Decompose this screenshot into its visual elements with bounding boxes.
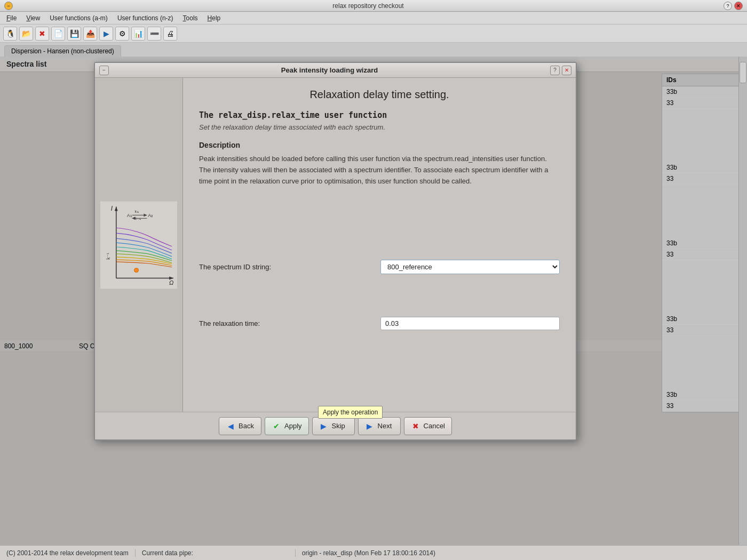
tool-open2[interactable]: 📄 xyxy=(51,27,65,41)
wizard-titlebar: − Peak intensity loading wizard ? ✕ xyxy=(95,63,576,78)
spectrum-id-control: 800_reference 800_1000 800_2000 xyxy=(380,260,560,274)
back-icon: ◀ xyxy=(226,421,235,431)
next-label: Next xyxy=(378,422,392,430)
relaxation-time-input[interactable] xyxy=(380,317,560,330)
wizard-dialog: − Peak intensity loading wizard ? ✕ I xyxy=(94,62,577,441)
tool-chart[interactable]: 📊 xyxy=(131,27,145,41)
tool-new[interactable]: 🐧 xyxy=(3,27,17,41)
wizard-content: Relaxation delay time setting. The relax… xyxy=(183,78,576,412)
tool-settings[interactable]: ⚙ xyxy=(115,27,129,41)
minimize-button[interactable]: − xyxy=(4,2,13,10)
cancel-button[interactable]: ✖ Cancel xyxy=(404,417,452,435)
wizard-help-button[interactable]: ? xyxy=(550,66,560,75)
close-button[interactable]: ✕ xyxy=(734,2,743,10)
title-bar-left: − xyxy=(4,2,13,10)
back-label: Back xyxy=(239,422,254,430)
menu-file[interactable]: File xyxy=(2,13,21,23)
svg-text:k₁: k₁ xyxy=(135,209,139,214)
menu-bar: File View User functions (a-m) User func… xyxy=(0,12,747,25)
skip-button[interactable]: ▶ Skip xyxy=(312,417,355,435)
relaxation-time-row: The relaxation time: xyxy=(199,317,560,330)
status-copyright: (C) 2001-2014 the relax development team xyxy=(0,549,136,557)
wizard-left-panel: I Ω k₁ k₋₁ A₁ A₂ xyxy=(95,78,183,412)
spectrum-id-select[interactable]: 800_reference 800_1000 800_2000 xyxy=(380,260,560,274)
wizard-body: I Ω k₁ k₋₁ A₁ A₂ xyxy=(95,78,576,412)
apply-icon: ✔ xyxy=(272,421,281,431)
tool-close-red[interactable]: ✖ xyxy=(35,27,49,41)
relaxation-time-label: The relaxation time: xyxy=(199,319,380,327)
tool-save[interactable]: 💾 xyxy=(67,27,81,41)
app-title: relax repository checkout xyxy=(13,2,724,10)
tab-dispersion[interactable]: Dispersion - Hansen (non-clustered) xyxy=(4,45,121,57)
wizard-title: Peak intensity loading wizard xyxy=(109,66,550,74)
menu-help[interactable]: Help xyxy=(203,13,225,23)
svg-text:k⁻¹: k⁻¹ xyxy=(106,253,111,259)
wizard-titlebar-controls: ? ✕ xyxy=(550,66,571,75)
menu-tools[interactable]: Tools xyxy=(179,13,202,23)
status-bar: (C) 2001-2014 the relax development team… xyxy=(0,545,747,560)
menu-user-functions-nz[interactable]: User functions (n-z) xyxy=(113,13,178,23)
scrollbar-vertical[interactable] xyxy=(738,57,747,545)
wizard-desc-title: Description xyxy=(199,141,560,149)
back-button[interactable]: ◀ Back xyxy=(219,417,261,435)
wizard-subtitle: Set the relaxation delay time associated… xyxy=(199,123,560,131)
spectrum-id-label: The spectrum ID string: xyxy=(199,263,380,271)
spectrum-id-row: The spectrum ID string: 800_reference 80… xyxy=(199,260,560,274)
next-icon: ▶ xyxy=(365,421,375,431)
cancel-label: Cancel xyxy=(424,422,445,430)
svg-text:Ω: Ω xyxy=(169,279,173,286)
toolbar: 🐧 📂 ✖ 📄 💾 📤 ▶ ⚙ 📊 ➖ 🖨 xyxy=(0,25,747,43)
cancel-icon: ✖ xyxy=(411,421,420,431)
tool-print[interactable]: 🖨 xyxy=(163,27,177,41)
wizard-titlebar-left: − xyxy=(99,66,109,75)
dispersion-plot-image: I Ω k₁ k₋₁ A₁ A₂ xyxy=(100,201,177,289)
wizard-close-button[interactable]: ✕ xyxy=(562,66,571,75)
title-bar-controls: ? ✕ xyxy=(724,2,743,10)
wizard-desc-text: Peak intensities should be loaded before… xyxy=(199,154,560,187)
scrollbar-thumb[interactable] xyxy=(740,62,746,83)
skip-label: Skip xyxy=(332,422,345,430)
title-bar: − relax repository checkout ? ✕ xyxy=(0,0,747,12)
tool-export[interactable]: 📤 xyxy=(83,27,97,41)
tool-minus[interactable]: ➖ xyxy=(147,27,161,41)
wizard-section-title: The relax_disp.relax_time user function xyxy=(199,110,560,120)
apply-button[interactable]: ✔ Apply xyxy=(265,417,309,435)
status-pipe-value: origin - relax_disp (Mon Feb 17 18:00:16… xyxy=(296,549,747,557)
menu-view[interactable]: View xyxy=(22,13,44,23)
svg-text:A₂: A₂ xyxy=(148,213,153,218)
tool-open[interactable]: 📂 xyxy=(19,27,33,41)
apply-label: Apply xyxy=(284,422,302,430)
status-pipe-label: Current data pipe: xyxy=(136,549,296,557)
tab-bar: Dispersion - Hansen (non-clustered) xyxy=(0,43,747,57)
wizard-minimize-button[interactable]: − xyxy=(99,66,109,75)
svg-text:A₁: A₁ xyxy=(127,213,132,218)
skip-icon: ▶ xyxy=(319,421,329,431)
menu-user-functions-am[interactable]: User functions (a-m) xyxy=(45,13,112,23)
relaxation-time-control xyxy=(380,317,560,330)
wizard-footer: ◀ Back ✔ Apply ▶ Skip ▶ Next ✖ Cancel xyxy=(95,412,576,439)
next-button[interactable]: ▶ Next xyxy=(358,417,401,435)
main-area: Spectra list 800_1000 SQ CPMG 800.0 IDs … xyxy=(0,57,747,545)
svg-rect-0 xyxy=(100,201,177,289)
wizard-main-title: Relaxation delay time setting. xyxy=(199,89,560,101)
help-button[interactable]: ? xyxy=(724,2,732,10)
tool-run[interactable]: ▶ xyxy=(99,27,113,41)
svg-point-16 xyxy=(134,268,139,272)
